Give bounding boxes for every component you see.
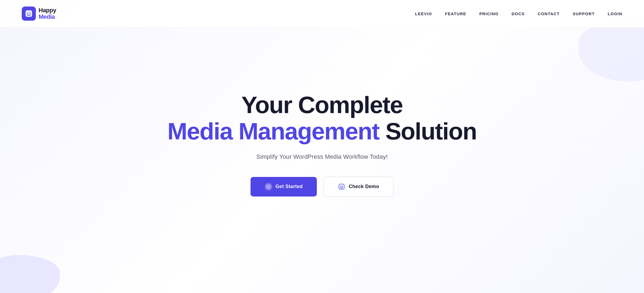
svg-rect-4	[339, 184, 344, 189]
hero-title: Your Complete Media Management Solution	[167, 92, 477, 145]
header: Happy Media LEEVIO FEATURE PRICING DOCS …	[0, 0, 644, 27]
svg-point-1	[27, 13, 28, 14]
logo-media: Media	[39, 14, 56, 20]
logo-text: Happy Media	[39, 7, 56, 20]
get-started-label: Get Started	[276, 184, 303, 189]
hero-buttons: Get Started Check Demo	[251, 177, 393, 197]
nav-support[interactable]: SUPPORT	[573, 11, 595, 16]
svg-point-6	[340, 186, 341, 186]
hero-section: Your Complete Media Management Solution …	[0, 27, 644, 250]
hero-title-line2: Media Management Solution	[167, 118, 477, 145]
hero-title-solution: Solution	[385, 118, 477, 145]
svg-rect-0	[26, 10, 32, 17]
nav-feature[interactable]: FEATURE	[445, 11, 466, 16]
check-demo-button[interactable]: Check Demo	[323, 177, 393, 197]
page-wrapper: Happy Media LEEVIO FEATURE PRICING DOCS …	[0, 0, 644, 293]
svg-point-2	[29, 13, 30, 14]
check-demo-icon	[338, 183, 345, 191]
logo-happy: Happy	[39, 7, 56, 14]
nav-login[interactable]: LOGIN	[608, 11, 623, 16]
logo[interactable]: Happy Media	[22, 7, 56, 21]
get-started-icon	[265, 183, 272, 191]
logo-icon	[22, 7, 36, 21]
get-started-button[interactable]: Get Started	[251, 177, 317, 197]
hero-subtitle: Simplify Your WordPress Media Workflow T…	[256, 153, 387, 160]
check-demo-label: Check Demo	[349, 184, 379, 189]
hero-title-line1: Your Complete	[167, 92, 477, 118]
bg-blob-left	[0, 255, 60, 293]
svg-point-7	[342, 186, 343, 186]
nav-contact[interactable]: CONTACT	[538, 11, 560, 16]
hero-title-highlight: Media Management	[167, 118, 379, 145]
nav-leevio[interactable]: LEEVIO	[415, 11, 432, 16]
nav-pricing[interactable]: PRICING	[479, 11, 499, 16]
main-nav: LEEVIO FEATURE PRICING DOCS CONTACT SUPP…	[415, 11, 622, 16]
nav-docs[interactable]: DOCS	[512, 11, 525, 16]
